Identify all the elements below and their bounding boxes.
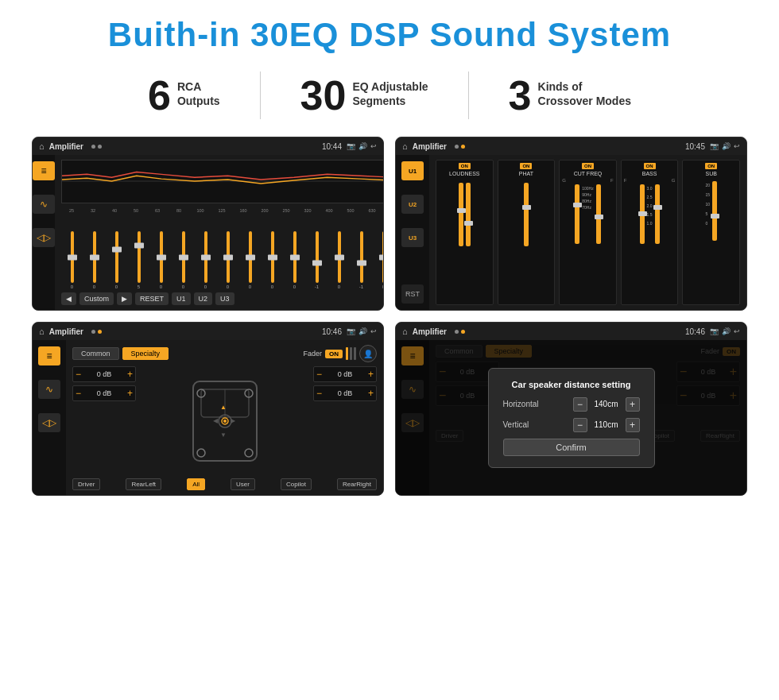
fader-bottom-row: Driver RearLeft All User Copilot RearRig… [72,478,377,490]
eq-graph-svg [62,160,384,203]
distance-dot-1 [455,330,459,334]
loudness-slider-2[interactable] [466,183,471,246]
eq-val-4: 5 [138,284,140,289]
dialog-horizontal-plus[interactable]: + [626,397,640,412]
db-minus-fr[interactable]: − [316,369,322,379]
eq-u3-btn[interactable]: U3 [215,292,234,305]
db-plus-fl[interactable]: + [127,369,133,379]
bass-1.0: 1.0 [647,221,653,226]
db-minus-rl[interactable]: − [76,389,81,398]
fader-status-bar: ⌂ Amplifier 10:46 📷 🔊 ↩ [33,323,383,340]
fader-common-tab[interactable]: Common [72,347,119,360]
dialog-vertical-minus[interactable]: − [573,418,587,432]
eq-val-14: -1 [359,284,363,289]
eq-slider-2[interactable]: 0 [83,231,105,289]
eq-custom-btn[interactable]: Custom [79,292,114,305]
cutfreq-g: G [562,178,566,183]
freq-32: 32 [83,208,103,213]
fader-user-btn[interactable]: User [231,478,255,490]
db-plus-fr[interactable]: + [368,369,374,379]
eq-sidebar-speaker-icon[interactable]: ◁▷ [33,228,55,247]
eq-track-6 [182,231,185,283]
eq-screen-title: Amplifier [49,142,83,151]
eq-u1-btn[interactable]: U1 [172,292,191,305]
bass-slider-1[interactable] [640,184,645,244]
dialog-vertical-plus[interactable]: + [626,418,640,432]
dialog-confirm-btn[interactable]: Confirm [503,439,640,456]
eq-slider-13[interactable]: 0 [328,231,350,289]
db-plus-rl[interactable]: + [127,389,133,398]
distance-status-icons: 📷 🔊 ↩ [710,327,740,335]
fader-driver-btn[interactable]: Driver [72,478,100,490]
phat-sliders [524,183,529,302]
db-plus-rr[interactable]: + [368,389,374,398]
eq-val-9: 0 [249,284,251,289]
eq-slider-5[interactable]: 0 [150,231,172,289]
eq-sidebar-eq-icon[interactable]: ≡ [33,161,55,180]
freq-more: » [383,208,384,213]
amp-sidebar-u2[interactable]: U2 [401,195,424,214]
fader-specialty-tab[interactable]: Specialty [122,347,169,360]
cf-80: 80Hz [582,199,593,203]
eq-slider-9[interactable]: 0 [239,231,261,289]
amp-sidebar-u3[interactable]: U3 [401,228,424,247]
eq-track-1 [71,231,74,283]
eq-sidebar-wave-icon[interactable]: ∿ [33,195,55,214]
db-minus-rr[interactable]: − [316,389,322,398]
eq-slider-11[interactable]: 0 [284,231,305,289]
dialog-vertical-row: Vertical − 110cm + [503,418,640,432]
eq-reset-btn[interactable]: RESET [135,292,169,305]
cutfreq-slider-1[interactable] [575,184,579,244]
eq-slider-15[interactable]: 0 [373,231,384,289]
fader-all-btn[interactable]: All [187,478,205,490]
back-icon-4: ↩ [734,327,740,335]
loudness-slider-1[interactable] [459,183,463,246]
dialog-horizontal-minus[interactable]: − [573,397,587,412]
bass-3.0: 3.0 [647,186,653,191]
fader-sidebar-speaker[interactable]: ◁▷ [38,413,60,432]
phat-slider-1[interactable] [524,183,529,246]
sub-slider-1[interactable] [712,181,717,241]
eq-slider-7[interactable]: 0 [195,231,216,289]
fader-sidebar-eq[interactable]: ≡ [38,346,60,365]
eq-slider-12[interactable]: -1 [306,231,327,289]
amp-sidebar-u1[interactable]: U1 [401,161,424,180]
eq-track-13 [338,231,341,283]
eq-val-7: 0 [204,284,207,289]
cutfreq-thumb-1 [573,203,582,207]
eq-slider-8[interactable]: 0 [217,231,238,289]
eq-slider-10[interactable]: 0 [262,231,283,289]
amp-reset-btn[interactable]: RST [401,284,424,304]
back-icon-1: ↩ [370,142,377,150]
eq-slider-6[interactable]: 0 [172,231,194,289]
eq-slider-14[interactable]: -1 [351,231,372,289]
freq-200: 200 [254,208,275,213]
camera-icon-3: 📷 [347,327,355,335]
fader-rearleft-btn[interactable]: RearLeft [126,478,161,490]
eq-slider-4[interactable]: 5 [128,231,149,289]
eq-track-14 [360,231,363,283]
eq-u2-btn[interactable]: U2 [194,292,213,305]
eq-prev-btn[interactable]: ◀ [61,292,76,305]
bass-slider-2[interactable] [655,184,660,244]
db-minus-fl[interactable]: − [76,369,81,379]
fader-copilot-btn[interactable]: Copilot [281,478,312,490]
fader-rearright-btn[interactable]: RearRight [337,478,377,490]
eq-freq-labels: 25 32 40 50 63 80 100 125 160 200 250 32… [61,208,384,213]
db-control-rr: − 0 dB + [313,385,377,401]
volume-icon-1: 🔊 [358,142,367,150]
fader-status-dots [91,330,102,334]
cutfreq-sub-labels: G F [562,178,614,183]
cutfreq-slider-2[interactable] [596,184,601,244]
eq-slider-1[interactable]: 0 [61,231,83,289]
cutfreq-freq-labels: 100Hz 90Hz 80Hz 70Hz [582,186,593,210]
eq-play-btn[interactable]: ▶ [117,292,132,305]
dialog-horizontal-control: − 140cm + [573,397,640,412]
sub-20: 20 [705,183,710,188]
bass-sub-labels: F G [624,178,676,183]
eq-val-6: 0 [182,284,184,289]
sub-15: 15 [705,192,710,197]
eq-slider-3[interactable]: 0 [106,231,127,289]
fader-person-icon[interactable]: 👤 [359,345,377,362]
fader-sidebar-wave[interactable]: ∿ [38,380,60,399]
